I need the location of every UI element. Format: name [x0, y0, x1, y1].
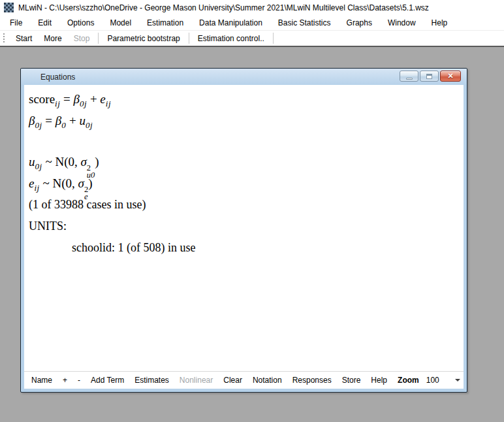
equation-token: β	[74, 92, 80, 106]
toolbar-bottom-divider	[0, 46, 504, 47]
toolbar-separator	[98, 33, 99, 44]
equation-token: )	[88, 176, 92, 190]
minimize-icon	[406, 78, 413, 80]
toolbar: StartMoreStopParametric bootstrapEstimat…	[0, 31, 504, 46]
equation-line: UNITS:	[29, 216, 464, 237]
equations-footer-button-estimates[interactable]: Estimates	[129, 373, 174, 387]
equation-token: e	[100, 92, 105, 106]
equations-footer-button-responses[interactable]: Responses	[287, 373, 337, 387]
equation-token: =	[60, 92, 73, 106]
equations-footer-button-nonlinear[interactable]: Nonlinear	[174, 373, 218, 387]
menu-item-options[interactable]: Options	[59, 16, 102, 30]
equations-window-controls: ✕	[400, 71, 461, 82]
menu-item-window[interactable]: Window	[380, 16, 424, 30]
equations-window-title: Equations	[40, 73, 75, 82]
equations-footer-button-clear[interactable]: Clear	[218, 373, 247, 387]
menu-item-graphs[interactable]: Graphs	[339, 16, 380, 30]
equation-token: u	[29, 155, 35, 169]
restore-button[interactable]	[420, 71, 439, 82]
equation-token: ~ N(0,	[40, 176, 78, 190]
app-title: MLwiN - C:\Users\szzho\OneDrive - George…	[18, 3, 429, 12]
equation-token: ij	[106, 99, 111, 108]
equation-token: score	[29, 92, 55, 106]
equations-footer-button-add-term[interactable]: Add Term	[86, 373, 129, 387]
mlwin-app-icon	[4, 3, 14, 12]
menu-item-file[interactable]: File	[2, 16, 30, 30]
menu-item-estimation[interactable]: Estimation	[139, 16, 191, 30]
equation-line: u0j ~ N(0, σ2u0)	[29, 151, 464, 172]
equations-footer-button-notation[interactable]: Notation	[247, 373, 287, 387]
equation-line: (1 of 33988 cases in use)	[29, 194, 464, 216]
toolbar-button-estimation-control[interactable]: Estimation control..	[192, 31, 270, 46]
zoom-level-combobox[interactable]: 100	[423, 374, 464, 387]
equation-line: schoolid: 1 (of 508) in use	[29, 237, 464, 259]
equations-titlebar[interactable]: Equations ✕	[21, 69, 467, 85]
menu-bar: FileEditOptionsModelEstimationData Manip…	[0, 15, 504, 31]
equation-token: (1 of 33988 cases in use)	[29, 198, 146, 211]
equations-footer-button-minus[interactable]: -	[72, 373, 86, 387]
equations-footer-button-zoom[interactable]: Zoom	[392, 373, 422, 387]
equation-token: σ	[80, 155, 86, 169]
restore-icon	[426, 74, 432, 79]
equation-token: β	[55, 114, 61, 127]
equation-token: UNITS:	[29, 219, 67, 233]
chevron-down-icon	[455, 379, 460, 381]
close-icon: ✕	[447, 73, 453, 80]
toolbar-button-parametric-bootstrap[interactable]: Parametric bootstrap	[101, 31, 185, 46]
equation-token: 0j	[80, 99, 87, 108]
equations-window: Equations ✕ scoreij = β0j + eijβ0j = β0 …	[20, 68, 467, 393]
equation-token: 0j	[35, 120, 42, 130]
toolbar-grip-handle[interactable]	[3, 33, 5, 44]
menu-item-data-manipulation[interactable]: Data Manipulation	[191, 16, 270, 30]
zoom-level-value: 100	[426, 376, 439, 385]
equation-token: 0j	[86, 120, 93, 130]
equations-footer-button-store[interactable]: Store	[337, 373, 366, 387]
equation-line: scoreij = β0j + eij	[29, 88, 464, 110]
app-window-chrome: MLwiN - C:\Users\szzho\OneDrive - George…	[0, 0, 504, 47]
menu-item-model[interactable]: Model	[102, 16, 139, 30]
equations-footer-button-plus[interactable]: +	[57, 373, 72, 387]
minimize-button[interactable]	[400, 71, 418, 82]
equation-line: β0j = β0 + u0j	[29, 110, 464, 131]
equation-token: schoolid: 1 (of 508) in use	[72, 241, 195, 254]
toolbar-button-more[interactable]: More	[38, 31, 67, 46]
menu-item-basic-statistics[interactable]: Basic Statistics	[270, 16, 339, 30]
toolbar-button-start[interactable]: Start	[10, 31, 38, 46]
equations-footer-toolbar: Name+-Add TermEstimatesNonlinearClearNot…	[24, 371, 464, 389]
menu-item-edit[interactable]: Edit	[30, 16, 59, 30]
equation-token: u	[80, 114, 86, 127]
toolbar-button-stop[interactable]: Stop	[68, 31, 96, 46]
equation-token: 0j	[35, 161, 42, 171]
toolbar-separator	[273, 33, 274, 44]
equation-token: =	[42, 114, 55, 127]
equation-token: σ	[78, 176, 84, 190]
equation-token: +	[66, 114, 79, 127]
equation-token: ij	[34, 183, 39, 193]
equations-footer-button-name[interactable]: Name	[26, 373, 57, 387]
equation-token: +	[87, 92, 100, 106]
menu-item-help[interactable]: Help	[424, 16, 456, 30]
close-button[interactable]: ✕	[440, 71, 461, 82]
equations-area[interactable]: scoreij = β0j + eijβ0j = β0 + u0ju0j ~ N…	[24, 85, 464, 371]
toolbar-separator	[189, 33, 189, 44]
app-titlebar: MLwiN - C:\Users\szzho\OneDrive - George…	[0, 0, 504, 15]
equation-token: ~ N(0,	[42, 155, 81, 169]
equation-token: )	[95, 155, 99, 169]
equations-footer-button-help[interactable]: Help	[366, 373, 392, 387]
